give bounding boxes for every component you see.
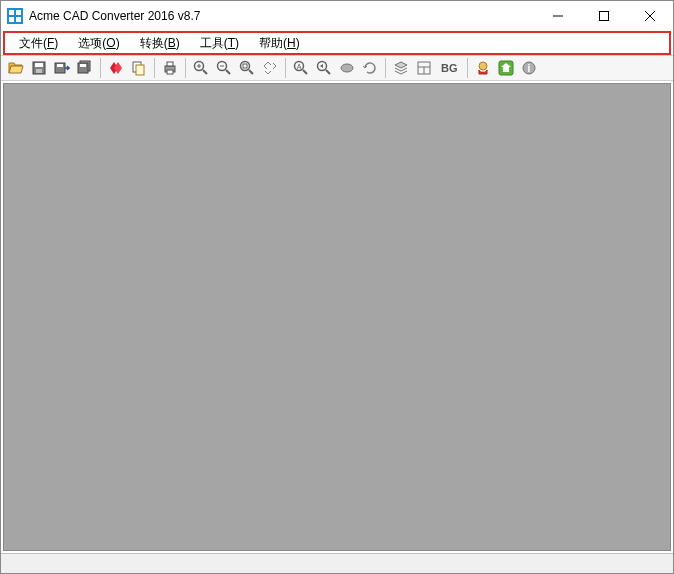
batch-icon[interactable] bbox=[105, 57, 127, 79]
main-window: Acme CAD Converter 2016 v8.7 文件(F) 选项(O)… bbox=[0, 0, 674, 574]
zoom-extents-icon[interactable] bbox=[259, 57, 281, 79]
svg-line-36 bbox=[326, 70, 330, 74]
menu-file[interactable]: 文件(F) bbox=[9, 33, 68, 54]
svg-rect-11 bbox=[36, 69, 42, 73]
home-icon[interactable] bbox=[495, 57, 517, 79]
separator bbox=[185, 58, 186, 78]
save-all-icon[interactable] bbox=[74, 57, 96, 79]
svg-point-29 bbox=[241, 62, 250, 71]
svg-line-27 bbox=[226, 70, 230, 74]
open-icon[interactable] bbox=[5, 57, 27, 79]
svg-rect-1 bbox=[9, 10, 14, 15]
layers-icon[interactable] bbox=[390, 57, 412, 79]
separator bbox=[100, 58, 101, 78]
svg-rect-6 bbox=[600, 12, 609, 21]
zoom-out-icon[interactable] bbox=[213, 57, 235, 79]
svg-line-23 bbox=[203, 70, 207, 74]
zoom-in-icon[interactable] bbox=[190, 57, 212, 79]
svg-text:i: i bbox=[527, 63, 530, 74]
svg-rect-3 bbox=[9, 17, 14, 22]
save-as-icon[interactable] bbox=[51, 57, 73, 79]
svg-rect-31 bbox=[243, 64, 247, 68]
zoom-previous-icon[interactable] bbox=[313, 57, 335, 79]
zoom-all-icon[interactable]: A bbox=[290, 57, 312, 79]
app-icon bbox=[7, 8, 23, 24]
menu-help[interactable]: 帮助(H) bbox=[249, 33, 310, 54]
minimize-button[interactable] bbox=[535, 1, 581, 31]
menu-options[interactable]: 选项(O) bbox=[68, 33, 129, 54]
separator bbox=[154, 58, 155, 78]
svg-point-37 bbox=[341, 64, 353, 72]
window-title: Acme CAD Converter 2016 v8.7 bbox=[29, 9, 535, 23]
save-icon[interactable] bbox=[28, 57, 50, 79]
help-icon[interactable] bbox=[472, 57, 494, 79]
svg-rect-2 bbox=[16, 10, 21, 15]
svg-rect-13 bbox=[57, 64, 63, 67]
svg-line-33 bbox=[303, 70, 307, 74]
svg-rect-10 bbox=[35, 63, 43, 67]
svg-rect-16 bbox=[80, 64, 86, 67]
copy-icon[interactable] bbox=[128, 57, 150, 79]
about-icon[interactable]: i bbox=[518, 57, 540, 79]
titlebar: Acme CAD Converter 2016 v8.7 bbox=[1, 1, 673, 31]
separator bbox=[285, 58, 286, 78]
svg-point-41 bbox=[479, 62, 487, 70]
print-icon[interactable] bbox=[159, 57, 181, 79]
toolbar: A BG i bbox=[1, 55, 673, 81]
background-color-button[interactable]: BG bbox=[436, 57, 463, 79]
separator bbox=[385, 58, 386, 78]
svg-rect-18 bbox=[136, 65, 144, 75]
drawing-canvas[interactable] bbox=[3, 83, 671, 551]
menu-tools[interactable]: 工具(T) bbox=[190, 33, 249, 54]
separator bbox=[467, 58, 468, 78]
regen-icon[interactable] bbox=[359, 57, 381, 79]
svg-rect-4 bbox=[16, 17, 21, 22]
pan-icon[interactable] bbox=[336, 57, 358, 79]
svg-rect-20 bbox=[167, 62, 173, 66]
close-button[interactable] bbox=[627, 1, 673, 31]
zoom-window-icon[interactable] bbox=[236, 57, 258, 79]
layouts-icon[interactable] bbox=[413, 57, 435, 79]
menubar: 文件(F) 选项(O) 转换(B) 工具(T) 帮助(H) bbox=[3, 31, 671, 55]
svg-rect-21 bbox=[167, 70, 173, 74]
svg-text:A: A bbox=[297, 63, 302, 70]
maximize-button[interactable] bbox=[581, 1, 627, 31]
svg-line-30 bbox=[249, 70, 253, 74]
window-controls bbox=[535, 1, 673, 31]
menu-convert[interactable]: 转换(B) bbox=[130, 33, 190, 54]
statusbar bbox=[1, 553, 673, 573]
